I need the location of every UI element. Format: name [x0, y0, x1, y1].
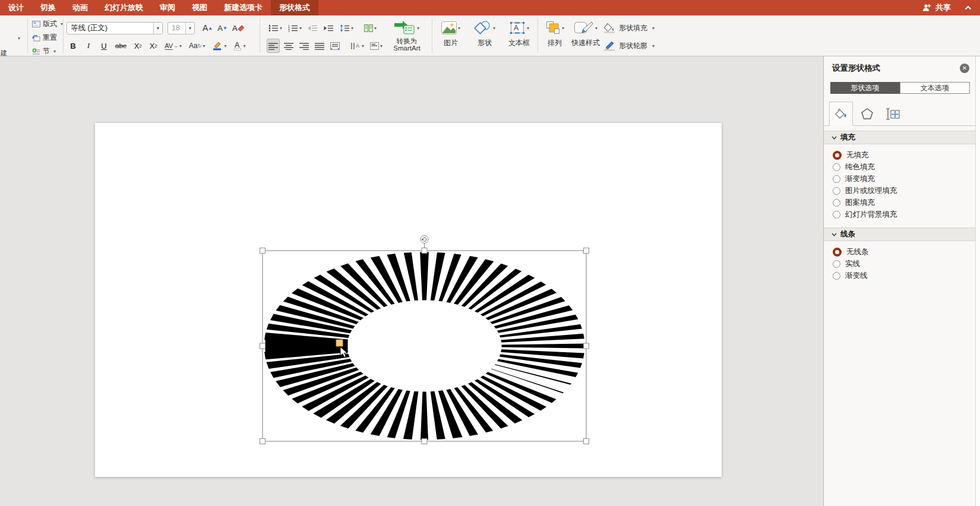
clear-formatting-button[interactable]: A [230, 21, 246, 35]
change-case-button[interactable]: Aa↻▾ [187, 39, 207, 53]
radio-selected-icon[interactable] [833, 248, 842, 257]
menu-tab-1[interactable]: 设计 [0, 0, 32, 15]
slide-canvas[interactable] [0, 56, 824, 506]
italic-button[interactable]: I [83, 39, 94, 53]
radio-option[interactable]: 幻灯片背景填充 [824, 208, 975, 220]
text-direction-button[interactable]: A ▾ [349, 39, 366, 53]
radio-option[interactable]: 图案填充 [824, 197, 975, 208]
radio-icon[interactable] [833, 163, 840, 171]
menu-tab-3[interactable]: 动画 [64, 0, 96, 15]
menu-tab-5[interactable]: 审阅 [151, 0, 184, 15]
textbox-button[interactable]: A ▾ 文本框 [504, 20, 535, 48]
arrange-button[interactable]: ▾ 排列 [539, 20, 570, 48]
svg-text:A: A [232, 24, 238, 33]
section-button[interactable]: 节▾ [32, 47, 63, 56]
columns-button[interactable]: ▾ [362, 21, 378, 35]
menu-tab-4[interactable]: 幻灯片放映 [96, 0, 151, 15]
slide[interactable] [95, 123, 722, 477]
quick-styles-icon [574, 21, 594, 35]
close-panel-button[interactable]: ✕ [960, 64, 969, 73]
panel-tab-1[interactable]: 形状选项 [830, 82, 900, 94]
picture-label: 图片 [444, 38, 458, 48]
radio-option[interactable]: 渐变填充 [824, 173, 975, 185]
radio-option[interactable]: 无填充 [824, 149, 975, 161]
radio-label: 纯色填充 [845, 162, 875, 172]
subscript-button[interactable]: X2 [147, 39, 159, 53]
effects-tab[interactable] [855, 102, 879, 126]
font-size-combobox[interactable]: 18 ▼ [167, 22, 195, 34]
text-highlight-button[interactable]: ▾ [210, 39, 228, 53]
quick-styles-button[interactable]: ▾ 快速样式 [567, 20, 604, 48]
align-right-button[interactable] [298, 39, 311, 53]
font-color-button[interactable]: A ▾ [232, 39, 247, 53]
section-header[interactable]: 线条 [824, 227, 975, 241]
fill-line-tab[interactable] [829, 102, 853, 126]
radio-selected-icon[interactable] [833, 151, 842, 160]
radio-option[interactable]: 渐变线 [824, 270, 975, 282]
smartart-icon [394, 21, 415, 35]
new-slide-dropdown-icon[interactable]: ▾ [18, 36, 20, 41]
radio-icon[interactable] [833, 199, 840, 207]
radio-icon[interactable] [833, 211, 840, 219]
picture-button[interactable]: ▾ 图片 [435, 20, 466, 48]
clear-formatting-icon: A [232, 23, 244, 33]
align-text-button[interactable]: ▾ [368, 39, 384, 53]
svg-text:A: A [235, 41, 240, 49]
reset-button[interactable]: 重置 [32, 33, 63, 42]
menu-tab-2[interactable]: 切换 [32, 0, 64, 15]
radio-option[interactable]: 图片或纹理填充 [824, 185, 975, 197]
font-size-dropdown-icon[interactable]: ▼ [185, 23, 194, 34]
bullet-list-button[interactable]: ▾ [267, 21, 284, 35]
decrease-font-size-button[interactable]: A▼ [216, 21, 229, 35]
align-left-button[interactable] [267, 39, 280, 53]
quick-styles-label: 快速样式 [571, 38, 600, 48]
decrease-indent-button[interactable] [306, 21, 320, 35]
strikethrough-button[interactable]: abe [113, 39, 128, 53]
increase-indent-button[interactable] [322, 21, 336, 35]
shape-outline-button[interactable]: 形状轮廓 ▾ [603, 38, 655, 53]
align-center-button[interactable] [282, 39, 295, 53]
increase-font-size-button[interactable]: A▲ [201, 21, 214, 35]
font-name-combobox[interactable]: 等线 (正文) ▼ [67, 22, 163, 34]
radio-icon[interactable] [833, 175, 840, 183]
menu-tab-7[interactable]: 新建选项卡 [216, 0, 271, 15]
smartart-label-line1: 转换为 [397, 37, 418, 45]
panel-scrollbar[interactable] [975, 56, 980, 506]
arrange-label: 排列 [548, 38, 562, 48]
align-text-icon [370, 42, 379, 50]
distribute-text-button[interactable] [328, 39, 342, 53]
radio-icon[interactable] [833, 272, 840, 280]
superscript-button[interactable]: X2 [132, 39, 144, 53]
panel-tab-2[interactable]: 文本选项 [900, 82, 970, 94]
menu-tab-8[interactable]: 形状格式 [271, 0, 318, 15]
numbered-list-icon: 123 [288, 24, 298, 32]
radio-option[interactable]: 纯色填充 [824, 161, 975, 173]
justify-button[interactable] [313, 39, 326, 53]
convert-to-smartart-button[interactable]: ▾ 转换为SmartArt [386, 20, 428, 52]
shape-outline-label: 形状轮廓 [619, 41, 647, 51]
align-center-icon [284, 42, 293, 50]
radio-icon[interactable] [833, 187, 840, 195]
shape-fill-button[interactable]: 形状填充 ▾ [603, 20, 655, 36]
size-properties-tab[interactable] [881, 102, 905, 126]
collapse-ribbon-icon[interactable] [965, 5, 972, 10]
shapes-button[interactable]: ▾ 形状 [469, 20, 500, 48]
radio-label: 无填充 [846, 150, 869, 160]
section-header[interactable]: 填充 [824, 131, 975, 144]
radio-icon[interactable] [833, 260, 840, 268]
radio-option[interactable]: 实线 [824, 258, 975, 270]
share-button[interactable]: 共享 [935, 2, 951, 13]
numbered-list-button[interactable]: 123 ▾ [286, 21, 304, 35]
radio-label: 图案填充 [845, 198, 875, 208]
shape-fill-label: 形状填充 [619, 23, 647, 33]
font-name-dropdown-icon[interactable]: ▼ [153, 23, 162, 34]
bold-button[interactable]: B [67, 39, 79, 53]
svg-text:A: A [514, 24, 519, 32]
character-spacing-button[interactable]: AV↔▾ [163, 39, 184, 53]
section-collapse-icon [832, 233, 837, 236]
underline-button[interactable]: U [98, 39, 110, 53]
line-spacing-button[interactable]: ▾ [338, 21, 355, 35]
radio-option[interactable]: 无线条 [824, 246, 975, 258]
layout-button[interactable]: 版式▾ [32, 20, 63, 29]
menu-tab-6[interactable]: 视图 [184, 0, 216, 15]
